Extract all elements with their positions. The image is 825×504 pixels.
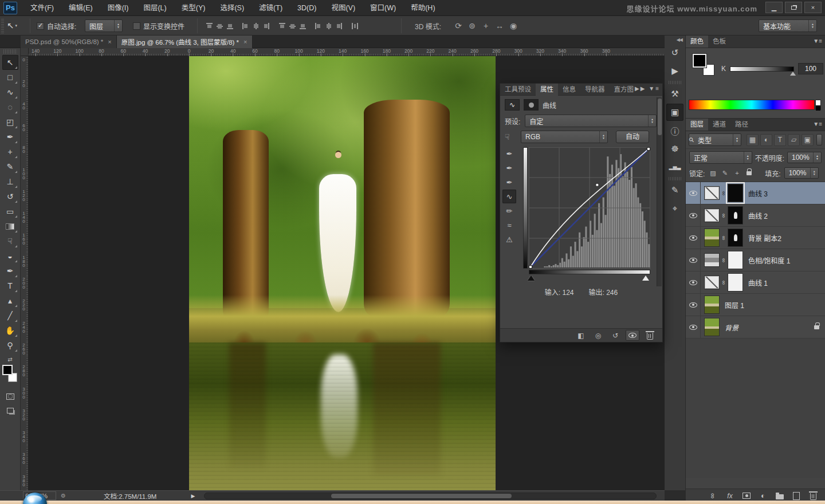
- brush-tool[interactable]: ✎: [2, 159, 18, 174]
- smooth-curve-icon[interactable]: ≈: [502, 218, 516, 232]
- color-spectrum-ramp[interactable]: [689, 100, 815, 110]
- menu-选择(S)[interactable]: 选择(S): [213, 0, 252, 16]
- layers-tab-路径[interactable]: 路径: [730, 119, 753, 131]
- tab-close-icon[interactable]: ×: [243, 38, 247, 45]
- gray-point-sampler-icon[interactable]: ✒: [502, 161, 516, 175]
- layer-row[interactable]: ∞曲线 2: [686, 204, 825, 227]
- filter-shape-layers-icon[interactable]: ▱: [788, 134, 800, 146]
- layer-mask-thumbnail[interactable]: [728, 273, 743, 292]
- layer-thumbnail[interactable]: [704, 253, 720, 267]
- lock-paint-icon[interactable]: ✎: [720, 168, 729, 178]
- new-group-icon[interactable]: [775, 491, 785, 501]
- move-tool[interactable]: ↖: [2, 55, 18, 70]
- align-bottom-edges-icon[interactable]: [226, 22, 234, 30]
- props-tab-直方图[interactable]: 直方图: [610, 84, 639, 96]
- distribute-right-icon[interactable]: [335, 22, 343, 30]
- spot-healing-brush-tool[interactable]: +: [2, 144, 18, 159]
- delete-adjustment-icon[interactable]: [643, 330, 657, 341]
- filter-kind-combo[interactable]: ⚲ 类型: [689, 133, 741, 146]
- layer-thumbnail[interactable]: [704, 296, 720, 314]
- layer-thumbnail[interactable]: [704, 275, 720, 289]
- hand-tool[interactable]: ✋: [2, 323, 18, 338]
- align-horizontal-centers-icon[interactable]: [252, 22, 260, 30]
- align-left-edges-icon[interactable]: [242, 22, 249, 30]
- link-layers-icon[interactable]: ∞: [708, 491, 718, 501]
- distribute-bottom-icon[interactable]: [299, 22, 307, 30]
- align-right-edges-icon[interactable]: [262, 22, 270, 30]
- lock-position-icon[interactable]: +: [732, 168, 741, 178]
- menu-帮助(H)[interactable]: 帮助(H): [403, 0, 442, 16]
- path-selection-tool[interactable]: ▴: [2, 293, 18, 308]
- current-tool-icon[interactable]: ↖▾: [7, 16, 17, 36]
- fill-combo[interactable]: 100%: [784, 167, 819, 179]
- layer-visibility-cell[interactable]: [686, 271, 701, 293]
- brush-presets-panel-icon[interactable]: ✎: [666, 182, 683, 199]
- layer-thumbnail[interactable]: [704, 186, 720, 200]
- history-panel-icon[interactable]: ↺: [666, 44, 683, 61]
- panel-menu-icon[interactable]: ▼≡: [813, 38, 822, 44]
- histogram-panel-icon[interactable]: ▂▅▃: [666, 159, 683, 176]
- props-tab-导航器[interactable]: 导航器: [580, 84, 610, 96]
- layer-mask-thumbnail[interactable]: [728, 206, 743, 225]
- document-tab-psd[interactable]: PSD.psd @ 50%(RGB/8) * ×: [21, 36, 117, 48]
- k-value-field[interactable]: 100: [798, 63, 823, 74]
- black-point-slider[interactable]: [528, 275, 535, 281]
- auto-button[interactable]: 自动: [616, 131, 649, 143]
- 3d-roll-icon[interactable]: ⊚: [465, 19, 479, 33]
- foreground-color-swatch[interactable]: [2, 365, 13, 375]
- tab-close-icon[interactable]: ×: [108, 38, 111, 45]
- layer-visibility-cell[interactable]: [686, 294, 701, 316]
- black-point-sampler-icon[interactable]: ✒: [502, 147, 516, 160]
- align-top-edges-icon[interactable]: [206, 22, 213, 30]
- toggle-visibility-icon[interactable]: [626, 330, 639, 341]
- layer-thumbnail[interactable]: [704, 208, 720, 222]
- swap-colors-icon[interactable]: ⇄: [3, 356, 18, 363]
- filter-toggle-switch[interactable]: [816, 134, 822, 145]
- menu-文件(F)[interactable]: 文件(F): [23, 0, 61, 16]
- preset-combo[interactable]: 自定: [525, 115, 657, 127]
- tool-presets-panel-icon[interactable]: ⚒: [666, 85, 683, 103]
- gradient-tool[interactable]: [2, 219, 18, 234]
- menu-图层(L)[interactable]: 图层(L): [136, 0, 174, 16]
- menu-滤镜(T)[interactable]: 滤镜(T): [252, 0, 290, 16]
- layer-mask-thumbnail[interactable]: [728, 251, 743, 269]
- align-vertical-centers-icon[interactable]: [216, 22, 223, 30]
- distribute-spacing-icon[interactable]: [351, 22, 359, 30]
- targeted-adjustment-icon[interactable]: ☟: [505, 132, 516, 141]
- opacity-combo[interactable]: 100%: [787, 152, 822, 163]
- layer-row[interactable]: 背景: [686, 316, 825, 338]
- workspace-combo[interactable]: 基本功能: [759, 19, 817, 32]
- layer-row[interactable]: ∞曲线 3: [686, 182, 825, 204]
- layer-visibility-cell[interactable]: [686, 227, 701, 249]
- view-previous-state-icon[interactable]: ◎: [591, 330, 605, 341]
- 3d-camera-icon[interactable]: ◉: [506, 19, 520, 33]
- distribute-vertical-centers-icon[interactable]: [289, 22, 296, 30]
- minimize-button[interactable]: ▁: [765, 2, 783, 13]
- horizontal-scrollbar[interactable]: [204, 493, 657, 499]
- filter-adjustment-layers-icon[interactable]: ◐: [760, 134, 772, 146]
- navigator-panel-icon[interactable]: ☸: [666, 140, 683, 158]
- properties-scrollbar[interactable]: [657, 97, 662, 286]
- lock-all-icon[interactable]: [744, 168, 753, 178]
- menu-图像(I)[interactable]: 图像(I): [100, 0, 136, 16]
- foreground-color-swatch[interactable]: [693, 54, 706, 68]
- layer-style-icon[interactable]: fx: [725, 491, 735, 501]
- pen-tool[interactable]: ✒: [2, 263, 18, 278]
- channel-combo[interactable]: RGB: [521, 131, 608, 143]
- reset-adjustment-icon[interactable]: ↺: [608, 330, 622, 341]
- auto-select-target-combo[interactable]: 图层: [85, 19, 123, 32]
- distribute-left-icon[interactable]: [315, 22, 322, 30]
- quick-mask-button[interactable]: [3, 391, 17, 402]
- properties-panel-icon[interactable]: ▣: [666, 104, 683, 121]
- clone-source-panel-icon[interactable]: ⌖: [666, 200, 683, 217]
- props-tab-工具预设[interactable]: 工具预设: [500, 84, 536, 96]
- layers-tab-通道[interactable]: 通道: [708, 119, 730, 131]
- eyedropper-tool[interactable]: ✒: [2, 129, 18, 144]
- delete-layer-icon[interactable]: [808, 491, 818, 501]
- auto-select-checkbox[interactable]: [37, 22, 44, 30]
- 3d-drag-icon[interactable]: +: [479, 19, 493, 33]
- menu-类型(Y)[interactable]: 类型(Y): [174, 0, 213, 16]
- rectangular-marquee-tool[interactable]: □: [2, 70, 18, 85]
- k-slider-handle[interactable]: [790, 72, 796, 76]
- close-button[interactable]: ×: [804, 2, 822, 13]
